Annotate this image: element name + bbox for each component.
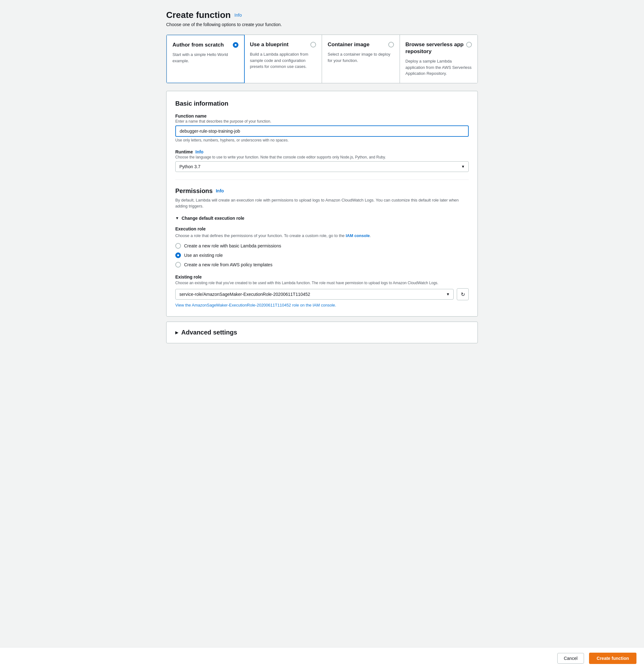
option-card-title: Browse serverless app repository: [406, 41, 467, 55]
expand-arrow-icon: ▼: [175, 216, 179, 220]
execution-role-hint: Choose a role that defines the permissio…: [175, 233, 469, 239]
execution-role-label: Execution role: [175, 226, 469, 231]
radio-browse-serverless[interactable]: [466, 42, 472, 47]
option-card-author-from-scratch[interactable]: Author from scratch Start with a simple …: [166, 34, 245, 83]
runtime-hint: Choose the language to use to write your…: [175, 155, 469, 159]
option-card-header: Container image: [328, 41, 394, 48]
footer: Cancel Create function: [0, 647, 644, 669]
page-header: Create function Info: [166, 10, 478, 20]
option-card-header: Use a blueprint: [250, 41, 316, 48]
radio-use-existing-role[interactable]: Use an existing role: [175, 253, 469, 258]
radio-btn-create-new-role[interactable]: [175, 243, 181, 249]
create-function-button[interactable]: Create function: [589, 653, 636, 664]
permissions-info-link[interactable]: Info: [216, 188, 224, 193]
permissions-desc: By default, Lambda will create an execut…: [175, 197, 469, 209]
page-subtitle: Choose one of the following options to c…: [166, 22, 478, 27]
role-select-wrapper: service-role/AmazonSageMaker-ExecutionRo…: [175, 289, 454, 300]
runtime-group: Runtime Info Choose the language to use …: [175, 150, 469, 172]
radio-create-new-role[interactable]: Create a new role with basic Lambda perm…: [175, 243, 469, 249]
option-card-use-blueprint[interactable]: Use a blueprint Build a Lambda applicati…: [245, 35, 322, 83]
page-info-link[interactable]: Info: [234, 13, 241, 18]
advanced-settings-panel: ▶ Advanced settings: [166, 322, 478, 343]
function-name-note: Use only letters, numbers, hyphens, or u…: [175, 138, 469, 142]
option-card-title: Container image: [328, 41, 369, 48]
radio-create-from-policy[interactable]: Create a new role from AWS policy templa…: [175, 262, 469, 268]
section-divider: [175, 180, 469, 180]
advanced-expand-arrow-icon: ▶: [175, 330, 178, 335]
runtime-select[interactable]: Python 3.7 Node.js 14.x Node.js 12.x Jav…: [175, 161, 469, 172]
option-card-container-image[interactable]: Container image Select a container image…: [322, 35, 400, 83]
refresh-icon: ↻: [461, 291, 465, 297]
radio-author-from-scratch[interactable]: [233, 42, 238, 48]
execution-role-group: Execution role Choose a role that define…: [175, 226, 469, 268]
role-select-row: service-role/AmazonSageMaker-ExecutionRo…: [175, 288, 469, 300]
option-card-desc: Select a container image to deploy for y…: [328, 51, 394, 63]
option-card-title: Use a blueprint: [250, 41, 289, 48]
option-card-browse-serverless[interactable]: Browse serverless app repository Deploy …: [400, 35, 478, 83]
cancel-button[interactable]: Cancel: [557, 653, 584, 664]
function-name-label: Function name: [175, 113, 469, 118]
radio-btn-create-from-policy[interactable]: [175, 262, 181, 268]
option-card-header: Author from scratch: [173, 42, 238, 48]
option-card-desc: Deploy a sample Lambda application from …: [406, 58, 472, 77]
option-card-header: Browse serverless app repository: [406, 41, 472, 55]
option-cards-container: Author from scratch Start with a simple …: [166, 34, 478, 83]
iam-console-link[interactable]: IAM console: [346, 233, 370, 238]
page-title: Create function: [166, 10, 231, 20]
basic-info-panel: Basic information Function name Enter a …: [166, 91, 478, 317]
permissions-title: Permissions Info: [175, 187, 469, 195]
basic-info-title: Basic information: [175, 100, 469, 107]
function-name-input[interactable]: [175, 126, 469, 137]
option-card-desc: Build a Lambda application from sample c…: [250, 51, 316, 70]
function-name-group: Function name Enter a name that describe…: [175, 113, 469, 142]
option-card-title: Author from scratch: [173, 42, 224, 48]
change-execution-role-header[interactable]: ▼ Change default execution role: [175, 216, 469, 221]
radio-container-image[interactable]: [388, 42, 394, 47]
runtime-label: Runtime Info: [175, 150, 469, 154]
existing-role-label: Existing role: [175, 274, 469, 280]
advanced-settings-toggle[interactable]: ▶ Advanced settings: [175, 329, 469, 336]
view-role-link[interactable]: View the AmazonSageMaker-ExecutionRole-2…: [175, 303, 469, 308]
function-name-hint: Enter a name that describes the purpose …: [175, 119, 469, 124]
radio-use-blueprint[interactable]: [310, 42, 316, 47]
option-card-desc: Start with a simple Hello World example.: [173, 52, 238, 64]
existing-role-hint: Choose an existing role that you've crea…: [175, 280, 469, 286]
existing-role-section: Existing role Choose an existing role th…: [175, 274, 469, 308]
runtime-info-link[interactable]: Info: [195, 150, 204, 154]
existing-role-select[interactable]: service-role/AmazonSageMaker-ExecutionRo…: [175, 289, 454, 300]
permissions-section: Permissions Info By default, Lambda will…: [175, 187, 469, 308]
radio-btn-use-existing-role[interactable]: [175, 253, 181, 258]
refresh-roles-button[interactable]: ↻: [457, 288, 469, 300]
runtime-select-wrapper: Python 3.7 Node.js 14.x Node.js 12.x Jav…: [175, 161, 469, 172]
